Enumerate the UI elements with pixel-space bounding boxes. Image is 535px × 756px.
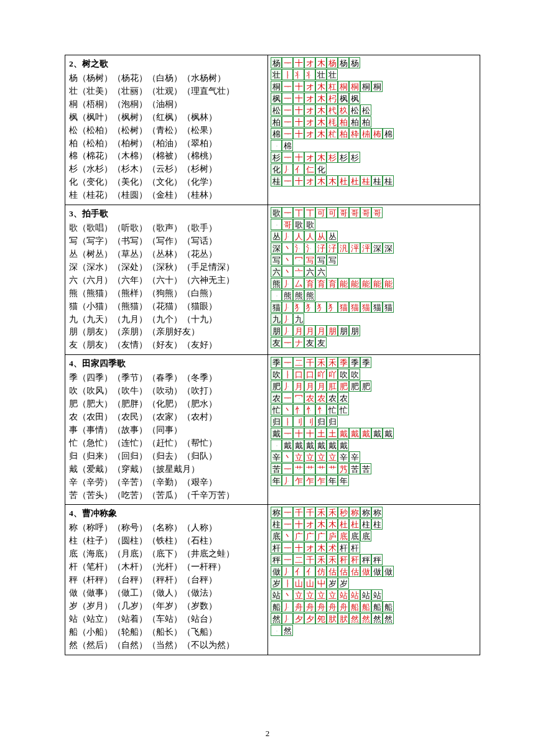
vocab-column: 4、曹冲称象称（称呼）（称号）（名称）（人称）柱（柱子）（圆柱）（铁柱）（石柱）…	[65, 505, 268, 654]
stroke-cell: 辛	[338, 451, 349, 463]
stroke-cell: 秆	[349, 554, 360, 565]
stroke-cell: 一	[282, 357, 293, 368]
vocab-entry: 猫（小猫）（熊猫）（花猫）（猫眼）	[69, 300, 264, 313]
stroke-cell: 能	[371, 278, 383, 289]
stroke-cell: 称	[360, 507, 371, 518]
head-character: 称	[271, 507, 282, 518]
head-character: 棉	[271, 128, 282, 139]
stroke-row: 底丶广广广庐底底底	[271, 530, 477, 542]
stroke-cell: 一	[282, 554, 293, 565]
stroke-row-cont: 然	[271, 625, 477, 636]
vocab-entry: 然（然后）（自然）（当然）（不以为然）	[69, 639, 264, 652]
stroke-row-cont: 戴戴戴戴戴戴	[271, 440, 477, 451]
stroke-cell: 夗	[315, 613, 327, 624]
stroke-cell: オ	[304, 93, 315, 104]
stroke-cell: 木	[315, 57, 327, 68]
head-character: 猫	[271, 302, 282, 313]
stroke-cell: 杨	[327, 57, 338, 68]
stroke-cell: 丛	[327, 231, 338, 242]
stroke-row: 猫丿犭犭犭犭猫猫猫猫猫	[271, 302, 477, 313]
stroke-cell: 戴	[338, 428, 349, 439]
stroke-row: 歌一丅丅可可哥哥哥哥	[271, 207, 477, 218]
stroke-row: 秤一二千禾禾秆秆秤秤	[271, 554, 477, 565]
stroke-cell: 秒	[338, 507, 349, 518]
stroke-cell: 丬	[293, 69, 304, 80]
stroke-cell: 月	[315, 380, 327, 392]
vocab-entry: 松（松柏）（松树）（青松）（松果）	[69, 124, 264, 137]
stroke-cell: 忙	[327, 404, 338, 415]
stroke-cell: 山	[293, 578, 304, 589]
stroke-cell: 犭	[293, 302, 304, 313]
stroke-cell: 育	[327, 278, 338, 289]
stroke-cell: 丶	[282, 530, 293, 542]
vocab-entry: 杉（水杉）（杉木）（云杉）（杉树）	[69, 163, 264, 176]
stroke-cell: 枾	[360, 128, 371, 139]
vocab-entry: 桐（梧桐）（泡桐）（油桐）	[69, 98, 264, 111]
stroke-cell: 土	[327, 428, 338, 439]
stroke-cell: 岁	[327, 578, 338, 589]
vocab-entry: 称（称呼）（称号）（名称）（人称）	[69, 522, 264, 535]
stroke-cell: 季	[349, 357, 360, 368]
vocab-entry: 归（归来）（回归）（归去）（归队）	[69, 450, 264, 463]
stroke-cell: 犭	[327, 302, 338, 313]
stroke-grid: 杨一十オ木杨杨杨壮丨丬丬壮壮桐一十オ木杠桐桐桐桐枫一十オ木杛枫枫松一十オ木杙杦松…	[268, 55, 480, 205]
stroke-cell: 禾	[315, 554, 327, 565]
vocab-entry: 朋（朋友）（亲朋）（亲朋好友）	[69, 326, 264, 339]
stroke-cell: 杉	[338, 152, 349, 163]
stroke-cell: 猫	[360, 302, 371, 313]
stroke-cell: 猫	[371, 302, 383, 313]
stroke-cell: 丶	[282, 254, 293, 265]
stroke-cell: 艹	[327, 463, 338, 474]
stroke-cell: 育	[304, 278, 315, 289]
stroke-cell: 棉	[383, 128, 394, 139]
stroke-cell: 丶	[282, 266, 293, 277]
head-character: 然	[271, 613, 282, 624]
stroke-row: 熊丿厶育育育能能能能能	[271, 278, 477, 289]
stroke-cell: 吹	[338, 369, 349, 380]
stroke-row: 辛丶立立立立辛辛	[271, 451, 477, 463]
stroke-cell: 忙	[338, 404, 349, 415]
stroke-cell: 木	[327, 519, 338, 530]
head-character: 杉	[271, 152, 282, 163]
stroke-cell: 然	[349, 613, 360, 624]
stroke-cell: 十	[293, 93, 304, 104]
vocab-entry: 化（变化）（美化）（文化）（化学）	[69, 176, 264, 189]
stroke-cell: 船	[383, 601, 394, 612]
stroke-cell: 汓	[327, 242, 338, 254]
stroke-cell: 亻	[304, 566, 315, 577]
stroke-cell: 戴	[383, 428, 394, 439]
stroke-cell: 月	[304, 380, 315, 392]
stroke-cell: 肰	[327, 613, 338, 624]
stroke-cell: 月	[293, 325, 304, 336]
stroke-cell: 舟	[293, 601, 304, 612]
vocab-entry: 杆（笔杆）（木杆）（光杆）（一杆秤）	[69, 561, 264, 574]
stroke-cell: 立	[304, 451, 315, 463]
stroke-cell: 戴	[293, 440, 304, 451]
stroke-cell: 冖	[293, 254, 304, 265]
stroke-cell: 月	[315, 325, 327, 336]
stroke-cell: 年	[327, 475, 338, 486]
stroke-cell: 丨	[282, 578, 293, 589]
stroke-cell: 厶	[293, 278, 304, 289]
stroke-cell: 站	[338, 589, 349, 601]
stroke-cell: 丿	[282, 313, 293, 325]
stroke-cell: 歌	[304, 219, 315, 230]
stroke-cell: 一	[282, 392, 293, 403]
stroke-cell: 能	[383, 278, 394, 289]
stroke-cell: 秆	[338, 554, 349, 565]
stroke-cell: 一	[282, 57, 293, 68]
stroke-row: 岁丨山山屮岁岁	[271, 578, 477, 589]
vocab-entry: 友（朋友）（友情）（好友）（友好）	[69, 339, 264, 352]
stroke-cell: 立	[327, 451, 338, 463]
stroke-cell: 戴	[371, 428, 383, 439]
stroke-cell: 千	[293, 507, 304, 518]
lesson-section: 4、田家四季歌季（四季）（季节）（春季）（冬季）吹（吹风）（吹牛）（吹动）（吹打…	[65, 355, 480, 505]
stroke-cell: 术	[327, 542, 338, 553]
vocab-entry: 辛（辛劳）（辛苦）（辛勤）（艰辛）	[69, 476, 264, 489]
vocab-entry: 柏（松柏）（柏树）（柏油）（翠柏）	[69, 137, 264, 150]
stroke-cell: 朋	[338, 325, 349, 336]
stroke-cell: 做	[371, 566, 383, 577]
stroke-cell: 棉	[282, 140, 293, 151]
head-character: 农	[271, 392, 282, 403]
stroke-row: 戴一十十土土戴戴戴戴戴	[271, 428, 477, 439]
